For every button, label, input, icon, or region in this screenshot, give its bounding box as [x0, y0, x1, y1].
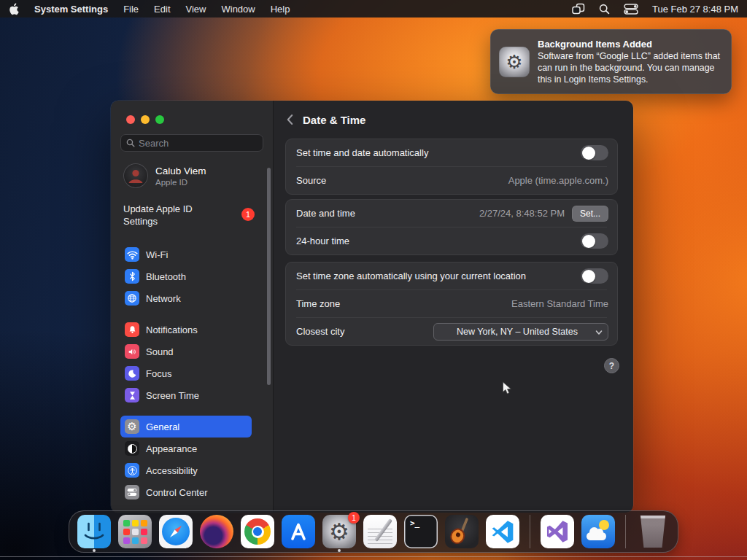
dock-item-textedit[interactable] [363, 515, 397, 548]
app-store-icon [282, 515, 315, 548]
search-input[interactable] [139, 138, 258, 149]
help-button[interactable]: ? [604, 358, 619, 373]
sidebar-item-network[interactable]: Network [120, 287, 252, 309]
search-field[interactable] [120, 134, 263, 152]
notification-banner[interactable]: ⚙ Background Items Added Software from “… [490, 29, 732, 94]
menu-file[interactable]: File [123, 4, 139, 15]
apple-id-row[interactable]: Calub Viem Apple ID [123, 163, 263, 188]
sidebar-item-focus[interactable]: Focus [120, 362, 252, 384]
dock-separator [530, 515, 530, 548]
dock-separator [625, 515, 626, 548]
row-label: Set time zone automatically using your c… [296, 271, 581, 281]
sidebar-item-notifications[interactable]: Notifications [120, 319, 252, 341]
sidebar: Calub Viem Apple ID Update Apple ID Sett… [111, 101, 273, 513]
sidebar-item-wifi[interactable]: Wi-Fi [120, 244, 252, 265]
row-24-hour: 24-hour time [286, 228, 617, 254]
gear-icon: ⚙ [125, 419, 139, 434]
notification-body: Software from “Google LLC” added items t… [538, 50, 723, 85]
menu-bar: System Settings File Edit View Window He… [0, 0, 747, 18]
screen-edge-line [0, 556, 747, 557]
dock: 1 ⚙ >_ [69, 510, 678, 553]
menu-app-name[interactable]: System Settings [34, 4, 108, 15]
dock-item-app-store[interactable] [282, 515, 315, 548]
textedit-icon [363, 515, 397, 548]
system-settings-window: Calub Viem Apple ID Update Apple ID Sett… [111, 101, 633, 513]
notification-badge: 1 [348, 512, 360, 524]
sidebar-item-accessibility[interactable]: Accessibility [120, 459, 252, 481]
sidebar-item-label: Wi-Fi [146, 249, 168, 260]
window-controls [120, 101, 263, 124]
sidebar-item-general[interactable]: ⚙ General [120, 416, 252, 438]
toggle-set-time-auto[interactable] [581, 145, 608, 160]
zoom-button[interactable] [155, 115, 164, 124]
dock-item-visual-studio[interactable] [541, 515, 574, 548]
row-set-time-auto: Set time and date automatically [286, 139, 617, 166]
stage-manager-icon[interactable] [571, 3, 585, 15]
mouse-cursor [502, 381, 514, 395]
menu-view[interactable]: View [186, 4, 206, 15]
sidebar-scrollbar[interactable] [267, 168, 271, 385]
toggle-auto-timezone[interactable] [581, 268, 608, 284]
spotlight-icon[interactable] [599, 4, 610, 15]
dock-item-finder[interactable] [77, 515, 111, 548]
update-badge: 1 [241, 208, 255, 221]
dock-item-weather[interactable] [581, 515, 615, 548]
menu-window[interactable]: Window [221, 4, 255, 15]
sidebar-item-label: Screen Time [146, 390, 199, 401]
sidebar-item-label: Sound [146, 346, 174, 357]
dock-item-trash[interactable] [636, 515, 670, 548]
timezone-value: Eastern Standard Time [511, 298, 608, 309]
sidebar-item-label: General [146, 421, 179, 432]
dock-item-vscode[interactable] [486, 515, 519, 548]
row-label: Set time and date automatically [296, 147, 581, 158]
dock-item-terminal[interactable]: >_ [404, 515, 438, 548]
dock-item-launchpad[interactable] [118, 515, 152, 548]
row-label: Time zone [296, 298, 511, 309]
control-center-icon[interactable] [624, 4, 638, 15]
toggle-24-hour[interactable] [581, 233, 608, 249]
control-center-tile-icon [125, 485, 139, 499]
sidebar-item-screen-time[interactable]: Screen Time [120, 384, 252, 406]
running-indicator [93, 549, 96, 552]
menu-edit[interactable]: Edit [154, 4, 170, 15]
firefox-icon [200, 515, 233, 548]
closest-city-select[interactable]: New York, NY – United States [433, 323, 608, 341]
accessibility-icon [125, 463, 139, 478]
dock-item-chrome[interactable] [241, 515, 274, 548]
close-button[interactable] [126, 115, 135, 124]
safari-icon [159, 515, 193, 548]
source-value: Apple (time.apple.com.) [508, 175, 608, 186]
menu-help[interactable]: Help [271, 4, 290, 15]
bell-icon [125, 322, 139, 337]
apple-menu-icon[interactable] [9, 3, 19, 15]
closest-city-value: New York, NY – United States [457, 327, 585, 337]
set-date-button[interactable]: Set... [572, 206, 608, 222]
back-button[interactable] [286, 113, 294, 126]
trash-icon [639, 516, 667, 548]
row-timezone: Time zone Eastern Standard Time [286, 290, 617, 317]
dock-item-safari[interactable] [159, 515, 193, 548]
sidebar-item-label: Focus [146, 368, 171, 379]
menu-clock[interactable]: Tue Feb 27 8:48 PM [652, 4, 738, 15]
chrome-icon [241, 515, 274, 548]
appearance-icon [125, 441, 139, 456]
sidebar-item-label: Bluetooth [146, 271, 186, 282]
sidebar-item-label: Accessibility [146, 465, 198, 476]
sidebar-item-label: Control Center [146, 487, 208, 498]
dock-item-system-settings[interactable]: 1 ⚙ [322, 515, 356, 548]
avatar [123, 163, 148, 188]
vscode-icon [486, 515, 519, 548]
sidebar-item-control-center[interactable]: Control Center [120, 481, 252, 503]
sidebar-item-sound[interactable]: Sound [120, 341, 252, 362]
globe-icon [125, 291, 139, 306]
dock-item-garageband[interactable] [445, 515, 479, 548]
sidebar-item-label: Appearance [146, 443, 197, 454]
sidebar-item-appearance[interactable]: Appearance [120, 438, 252, 459]
visual-studio-icon [541, 515, 574, 548]
minimize-button[interactable] [141, 115, 150, 124]
sidebar-item-label: Notifications [146, 324, 198, 335]
sidebar-item-bluetooth[interactable]: Bluetooth [120, 265, 252, 287]
row-auto-timezone: Set time zone automatically using your c… [286, 262, 617, 289]
dock-item-firefox[interactable] [200, 515, 233, 548]
update-apple-id-settings[interactable]: Update Apple ID Settings 1 [123, 203, 263, 228]
